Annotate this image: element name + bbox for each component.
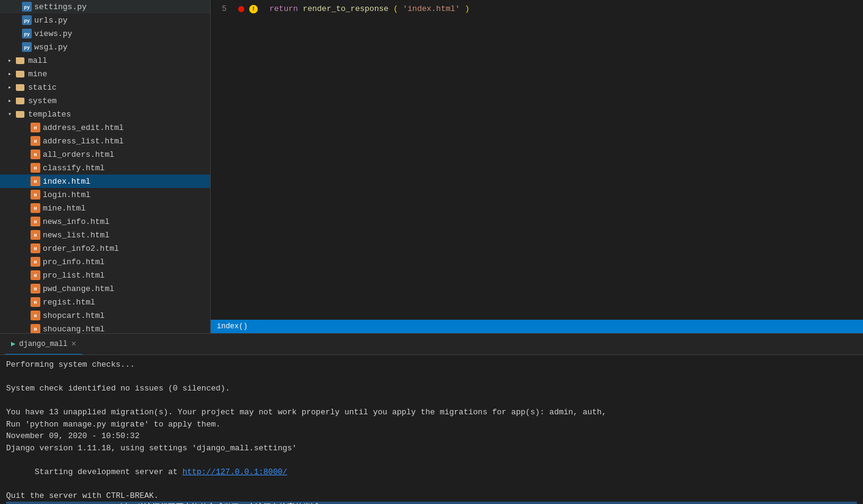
- sidebar-item-label: all_orders.html: [43, 150, 114, 159]
- sidebar-item-label: news_list.html: [43, 231, 109, 240]
- html-icon: H: [31, 123, 40, 132]
- sidebar-item-mine[interactable]: mine: [0, 67, 210, 81]
- sidebar-item-news-info[interactable]: H news_info.html: [0, 215, 210, 228]
- sidebar-item-templates[interactable]: templates: [0, 107, 210, 121]
- sidebar-item-pwd-change[interactable]: H pwd_change.html: [0, 282, 210, 295]
- function-name: render_to_response: [303, 4, 388, 13]
- sidebar-item-urls-py[interactable]: py urls.py: [0, 13, 210, 27]
- terminal-tab-icon: ▶: [11, 339, 15, 348]
- warning-gutter: !: [247, 5, 260, 13]
- paren-open: (: [393, 4, 398, 13]
- sidebar-item-static[interactable]: static: [0, 81, 210, 94]
- html-icon: H: [31, 203, 40, 213]
- py-icon: py: [22, 2, 32, 12]
- code-line-5: 5 ! return render_to_response ( 'index.h…: [211, 2, 863, 15]
- sidebar-item-order-info2[interactable]: H order_info2.html: [0, 242, 210, 255]
- sidebar-item-regist[interactable]: H regist.html: [0, 295, 210, 309]
- sidebar-item-label: address_list.html: [43, 137, 124, 146]
- folder-icon: [15, 109, 26, 119]
- sidebar-item-views-py[interactable]: py views.py: [0, 27, 210, 40]
- sidebar-item-label: classify.html: [43, 164, 104, 173]
- server-url-link[interactable]: http://127.0.0.1:8000/: [183, 467, 288, 477]
- sidebar-item-system[interactable]: system: [0, 94, 210, 107]
- sidebar-item-mine-html[interactable]: H mine.html: [0, 201, 210, 215]
- html-icon: H: [31, 149, 40, 159]
- folder-arrow-icon: [5, 109, 15, 119]
- html-icon: H: [31, 270, 40, 280]
- sidebar-item-label: order_info2.html: [43, 244, 119, 253]
- sidebar-item-label: pro_list.html: [43, 271, 104, 280]
- terminal-line: [6, 371, 857, 383]
- sidebar-item-classify[interactable]: H classify.html: [0, 161, 210, 175]
- status-bar: index(): [211, 320, 863, 333]
- sidebar-item-news-list[interactable]: H news_list.html: [0, 228, 210, 242]
- folder-icon: [15, 82, 26, 92]
- sidebar-item-wsgi-py[interactable]: py wsgi.py: [0, 40, 210, 54]
- warning-icon: !: [249, 5, 258, 13]
- sidebar: py settings.py py urls.py py views.py py…: [0, 0, 211, 333]
- terminal-line: System check identified no issues (0 sil…: [6, 383, 857, 395]
- terminal-tab-close[interactable]: ×: [71, 339, 76, 349]
- sidebar-item-shoucang[interactable]: H shoucang.html: [0, 322, 210, 333]
- sidebar-item-label: settings.py: [34, 2, 87, 12]
- folder-icon: [15, 96, 26, 106]
- string-arg: 'index.html': [403, 4, 461, 13]
- sidebar-item-label: templates: [28, 110, 71, 119]
- sidebar-item-label: mine.html: [43, 204, 86, 213]
- html-icon: H: [31, 243, 40, 253]
- sidebar-item-label: urls.py: [34, 16, 68, 25]
- html-icon: H: [31, 257, 40, 267]
- html-icon: H: [31, 217, 40, 226]
- sidebar-item-label: system: [28, 96, 57, 106]
- sidebar-item-all-orders[interactable]: H all_orders.html: [0, 148, 210, 161]
- terminal-line-link: Starting development server at http://12…: [6, 454, 857, 490]
- sidebar-item-label: static: [28, 83, 57, 92]
- sidebar-item-pro-list[interactable]: H pro_list.html: [0, 268, 210, 282]
- folder-arrow-icon: [5, 69, 15, 79]
- folder-arrow-icon: [5, 82, 15, 92]
- sidebar-item-mall[interactable]: mall: [0, 54, 210, 67]
- py-icon: py: [22, 29, 32, 38]
- terminal-tabs: ▶ django_mall ×: [0, 334, 863, 355]
- sidebar-item-label: pwd_change.html: [43, 284, 114, 293]
- html-icon: H: [31, 136, 40, 146]
- sidebar-item-label: index.html: [43, 177, 90, 186]
- folder-arrow-icon: [5, 96, 15, 106]
- sidebar-item-label: login.html: [43, 190, 90, 200]
- sidebar-item-label: address_edit.html: [43, 123, 124, 132]
- main-area: py settings.py py urls.py py views.py py…: [0, 0, 863, 333]
- breakpoint-dot: [238, 6, 244, 12]
- terminal-line: Performing system checks...: [6, 359, 857, 371]
- sidebar-item-label: news_info.html: [43, 217, 109, 226]
- editor-content[interactable]: 5 ! return render_to_response ( 'index.h…: [211, 0, 863, 320]
- terminal-tab-label: django_mall: [19, 340, 67, 348]
- sidebar-item-index-html[interactable]: H index.html: [0, 175, 210, 188]
- folder-arrow-icon: [5, 56, 15, 65]
- sidebar-item-label: pro_info.html: [43, 257, 104, 267]
- sidebar-item-login[interactable]: H login.html: [0, 188, 210, 201]
- terminal-line: Quit the server with CTRL-BREAK.: [6, 490, 857, 502]
- html-icon: H: [31, 284, 40, 293]
- sidebar-item-settings-py[interactable]: py settings.py: [0, 0, 210, 13]
- html-icon: H: [31, 163, 40, 173]
- sidebar-item-address-edit[interactable]: H address_edit.html: [0, 121, 210, 134]
- terminal-tab-django-mall[interactable]: ▶ django_mall ×: [5, 334, 82, 355]
- sidebar-item-label: regist.html: [43, 298, 95, 307]
- terminal-line: November 09, 2020 - 10:50:32: [6, 430, 857, 442]
- sidebar-item-shopcart[interactable]: H shopcart.html: [0, 309, 210, 322]
- terminal-line: Django version 1.11.18, using settings '…: [6, 442, 857, 455]
- editor-area: 5 ! return render_to_response ( 'index.h…: [211, 0, 863, 333]
- code-text: return render_to_response ( 'index.html'…: [269, 4, 470, 13]
- terminal-output[interactable]: Performing system checks... System check…: [0, 355, 863, 504]
- html-icon: H: [31, 297, 40, 307]
- terminal-line: Run 'python manage.py migrate' to apply …: [6, 419, 857, 431]
- terminal-text-prefix: Starting development server at: [35, 467, 183, 477]
- paren-close: ): [465, 4, 470, 13]
- html-icon: H: [31, 176, 40, 186]
- sidebar-item-address-list[interactable]: H address_list.html: [0, 134, 210, 148]
- folder-icon: [15, 69, 26, 79]
- py-icon: py: [22, 42, 32, 52]
- html-icon: H: [31, 324, 40, 333]
- sidebar-item-pro-info[interactable]: H pro_info.html: [0, 255, 210, 268]
- keyword-return: return: [269, 4, 298, 13]
